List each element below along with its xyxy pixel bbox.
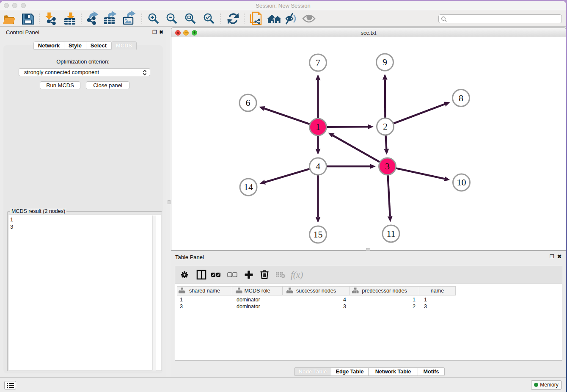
svg-text:4: 4: [316, 161, 320, 171]
svg-text:6: 6: [246, 97, 250, 108]
svg-text:f(x): f(x): [291, 270, 303, 280]
svg-text:8: 8: [459, 93, 463, 103]
svg-text:15: 15: [314, 229, 323, 240]
svg-text:14: 14: [244, 182, 253, 192]
svg-text:1: 1: [316, 121, 320, 132]
svg-text:3: 3: [385, 161, 390, 171]
svg-text:10: 10: [457, 177, 466, 188]
svg-text:7: 7: [316, 57, 320, 68]
svg-text:2: 2: [383, 121, 388, 132]
svg-text:11: 11: [386, 228, 395, 239]
svg-text:9: 9: [383, 57, 387, 67]
